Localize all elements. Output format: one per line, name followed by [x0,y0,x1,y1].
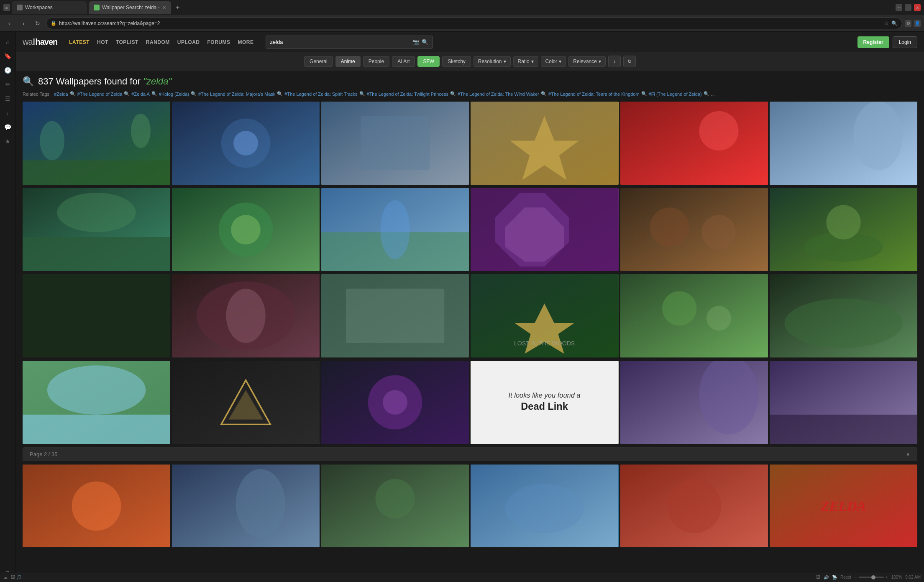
wallpaper-item-1[interactable] [23,102,170,185]
filter-ratio[interactable]: Ratio ▾ [513,56,538,67]
wallpaper-item-9[interactable] [321,188,469,271]
search-submit-icon[interactable]: 🔍 [422,39,428,45]
tag-zelda-a[interactable]: #Zelda A [131,92,149,97]
wallpaper-item-24[interactable] [770,361,917,444]
wallpaper-item-7[interactable] [23,188,170,271]
wallpaper-item-13[interactable] [23,274,170,357]
nav-upload[interactable]: Upload [174,38,203,47]
refresh-button[interactable]: ↻ [32,18,44,29]
wallpaper-item-12[interactable] [770,188,917,271]
extensions-btn[interactable]: ⚙ [905,20,911,27]
tag-legend-zelda[interactable]: #The Legend of Zelda [77,92,123,97]
wallpaper-item-6[interactable] [770,102,917,185]
wallpaper-item-29[interactable] [620,465,768,548]
nav-toplist[interactable]: Toplist [113,38,142,47]
search-input[interactable] [270,39,409,45]
filter-refresh-btn[interactable]: ↻ [623,56,636,67]
wallpaper-item-10[interactable] [471,188,618,271]
wallpaper-item-2[interactable] [172,102,320,185]
wallpaper-item-16[interactable]: LOST IN THE WOODS [471,274,618,357]
profile-btn[interactable]: 👤 [914,20,921,27]
svg-point-71 [667,479,721,533]
back-button[interactable]: ‹ [3,18,15,29]
maximize-btn[interactable]: □ [905,4,911,11]
wallpaper-item-26[interactable] [172,465,320,548]
wallpaper-item-8[interactable] [172,188,320,271]
tag-majora[interactable]: #The Legend of Zelda: Majora's Mask [198,92,275,97]
tag-kolog[interactable]: #Kolog (Zelda) [159,92,189,97]
tab-wallhaven[interactable]: Wallpaper Search: zelda - ✕ [89,1,171,14]
wallpaper-item-5[interactable] [620,102,768,185]
wallpaper-item-21[interactable] [321,361,469,444]
filter-relevance[interactable]: Relevance ▾ [568,56,606,67]
results-label: Wallpapers found for [56,76,143,87]
wallpaper-item-11[interactable] [620,188,768,271]
sidebar-icon-bookmark[interactable]: 🔖 [2,50,14,62]
login-button[interactable]: Login [893,36,917,48]
wallpaper-item-22[interactable]: It looks like you found a Dead Link [471,361,618,444]
search-address-icon[interactable]: 🔍 [891,20,898,26]
filter-sfw[interactable]: SFW [417,56,440,67]
tag-zelda[interactable]: #Zelda [54,92,68,97]
wallpaper-item-25[interactable] [23,465,170,548]
filter-resolution-label: Resolution [478,59,502,64]
register-button[interactable]: Register [857,36,889,48]
address-bar[interactable]: 🔒 https://wallhaven.cc/search?q=zelda&pa… [46,18,902,29]
sidebar-icon-download[interactable]: ↓ [2,107,14,119]
thumb-11 [620,188,768,271]
wallpaper-item-4[interactable] [471,102,618,185]
tag-tears-kingdom[interactable]: #The Legend of Zelda: Tears of the Kingd… [548,92,640,97]
wallpaper-item-19[interactable] [23,361,170,444]
wallpaper-item-3[interactable] [321,102,469,185]
zoom-slider[interactable] [859,577,884,578]
sidebar-icon-edit[interactable]: ✏ [2,78,14,91]
sidebar-icon-star[interactable]: ★ [2,135,14,148]
minimize-btn[interactable]: ─ [896,4,902,11]
filter-general[interactable]: General [304,56,333,67]
bookmark-star-icon[interactable]: ☆ [884,20,889,26]
wallpaper-item-15[interactable] [321,274,469,357]
wallpaper-item-28[interactable] [471,465,618,548]
nav-forums[interactable]: Forums [204,38,234,47]
search-bar[interactable]: 📷 🔍 [266,36,433,49]
zoom-plus-btn[interactable]: + [886,575,888,579]
svg-point-54 [383,390,407,415]
status-reset-label[interactable]: Reset [840,575,851,579]
wallpaper-item-17[interactable] [620,274,768,357]
wallpaper-item-27[interactable] [321,465,469,548]
related-tags: Related Tags: #Zelda 🔍 #The Legend of Ze… [23,91,917,97]
camera-icon[interactable]: 📷 [412,39,419,45]
tag-twilight-princess[interactable]: #The Legend of Zelda: Twilight Princess [367,92,448,97]
nav-random[interactable]: Random [143,38,173,47]
tag-wind-waker[interactable]: #The Legend of Zelda: The Wind Waker [458,92,539,97]
browser-menu-btn[interactable]: ≡ [3,4,10,11]
sidebar-icon-home[interactable]: ⌂ [2,36,14,48]
sidebar-icon-chat[interactable]: 💬 [2,121,14,133]
tab-workspaces[interactable]: Workspaces [12,1,87,14]
filter-anime[interactable]: Anime [335,56,361,67]
filter-people[interactable]: People [363,56,389,67]
filter-download-btn[interactable]: ↓ [608,56,621,67]
tab-close-btn[interactable]: ✕ [162,5,166,10]
filter-color[interactable]: Color ▾ [541,56,566,67]
zoom-minus-btn[interactable]: − [855,575,857,579]
wallpaper-item-23[interactable] [620,361,768,444]
wallpaper-item-20[interactable] [172,361,320,444]
sidebar-icon-history[interactable]: 🕐 [2,64,14,77]
nav-hot[interactable]: Hot [94,38,112,47]
nav-more[interactable]: More [235,38,257,47]
wallpaper-item-14[interactable] [172,274,320,357]
nav-latest[interactable]: Latest [66,38,93,47]
page-collapse-btn[interactable]: ∧ [906,451,910,457]
wallpaper-item-18[interactable] [770,274,917,357]
forward-button[interactable]: › [18,18,29,29]
sidebar-icon-list[interactable]: ☰ [2,92,14,105]
new-tab-button[interactable]: + [173,3,183,13]
filter-resolution[interactable]: Resolution ▾ [474,56,511,67]
tag-fi[interactable]: #Fi (The Legend of Zelda) [649,92,702,97]
wallpaper-item-30[interactable]: ZELDA [770,465,917,548]
filter-ai-art[interactable]: AI Art [392,56,415,67]
filter-sketchy[interactable]: Sketchy [442,56,471,67]
tag-spirit-tracks[interactable]: #The Legend of Zelda: Spirit Tracks [284,92,357,97]
close-btn[interactable]: ✕ [914,4,921,11]
